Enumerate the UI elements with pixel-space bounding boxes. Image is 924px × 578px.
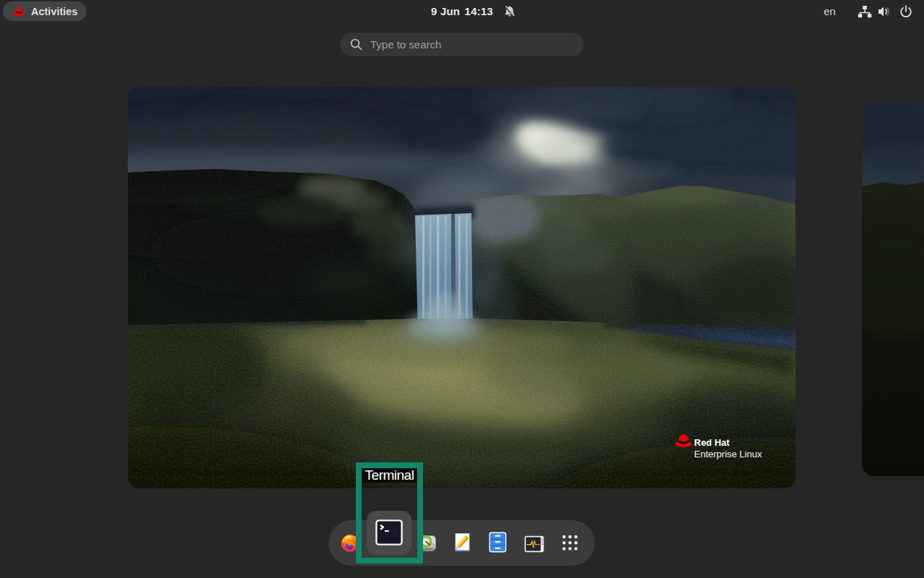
svg-text:Red Hat: Red Hat bbox=[694, 437, 731, 448]
svg-text:Enterprise Linux: Enterprise Linux bbox=[694, 449, 762, 460]
